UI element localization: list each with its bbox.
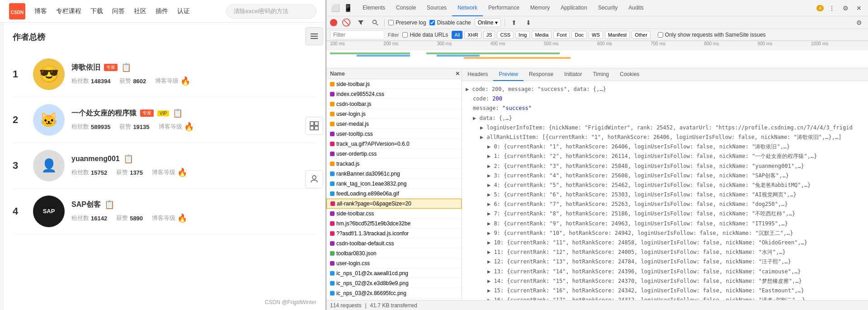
network-row[interactable]: user-login.js — [326, 109, 462, 119]
detail-content[interactable]: ▶ code: 200, message: "success", data: {… — [462, 81, 868, 300]
nav-qa[interactable]: 问答 — [112, 5, 125, 17]
hide-data-urls-checkbox[interactable]: Hide data URLs — [402, 32, 448, 38]
timeline-container: 100 ms 200 ms 300 ms 400 ms 500 ms 600 m… — [326, 41, 868, 68]
nav-download[interactable]: 下载 — [90, 5, 103, 17]
network-row[interactable]: rankBanner.da30961c.png — [326, 169, 462, 179]
network-row[interactable]: ??asdf/1.1.3/trackad.js.iconfor — [326, 229, 462, 238]
float-icon-1[interactable] — [305, 27, 323, 45]
online-select[interactable]: Online ▾ — [475, 18, 501, 27]
detail-tab-timing[interactable]: Timing — [587, 68, 614, 81]
timeline-mark-100: 100 ms — [330, 41, 345, 46]
network-list: Name ✕ side-toolbar.jsindex.ce985524.css… — [326, 68, 462, 300]
tab-sources[interactable]: Sources — [421, 0, 452, 16]
detail-tab-headers[interactable]: Headers — [462, 68, 493, 81]
filter-img[interactable]: Img — [515, 31, 530, 39]
network-row[interactable]: ic_nps_03@2x.86695fcc.png — [326, 288, 462, 298]
network-list-header: Name ✕ — [326, 68, 462, 79]
timeline-mark-400: 400 ms — [491, 41, 505, 46]
filter-media[interactable]: Media — [532, 31, 552, 39]
tab-application[interactable]: Application — [555, 0, 593, 16]
svg-rect-2 — [311, 33, 318, 34]
tab-memory[interactable]: Memory — [525, 0, 555, 16]
network-row[interactable]: ic_nps_01@2x.aaea81cd.png — [326, 268, 462, 278]
network-row[interactable]: rank_tag_icon.1eae3832.png — [326, 179, 462, 189]
timeline-mark-600: 600 ms — [597, 41, 612, 46]
detail-panel: Headers Preview Response Initiator Timin… — [462, 68, 868, 300]
devtools-device-icon[interactable]: 📱 — [343, 3, 354, 14]
float-icon-2[interactable] — [305, 117, 323, 135]
transferred-size: 41.7 KB transferred — [370, 302, 417, 309]
preserve-log-checkbox[interactable]: Preserve log — [388, 19, 426, 26]
filter-xhr[interactable]: XHR — [464, 31, 481, 39]
tab-audits[interactable]: Audits — [623, 0, 649, 16]
network-row[interactable]: user-tooltip.css — [326, 129, 462, 139]
detail-tab-response[interactable]: Response — [524, 68, 559, 81]
filter-input[interactable] — [330, 30, 384, 39]
rank-number-3: 3 — [13, 160, 26, 172]
close-devtools-icon[interactable]: ✕ — [854, 3, 864, 14]
filter-js[interactable]: JS — [483, 31, 495, 39]
filter-manifest[interactable]: Manifest — [605, 31, 630, 39]
filter-icon[interactable] — [355, 17, 366, 28]
alert-count: 4 — [816, 5, 824, 11]
nav-cert[interactable]: 认证 — [177, 5, 190, 17]
rank-info-1: 涛歌依旧 专家 📋 粉丝数 148394 获赞 8602 — [71, 62, 316, 86]
network-row[interactable]: hm.js?6bcd52f51e9b3dce32be — [326, 219, 462, 229]
nav-plugin[interactable]: 插件 — [156, 5, 168, 17]
more-options-icon[interactable]: ⋮ — [826, 3, 837, 14]
detail-tab-cookies[interactable]: Cookies — [614, 68, 645, 81]
filter-doc[interactable]: Doc — [571, 31, 587, 39]
devtools-inspect-icon[interactable]: ⬜ — [330, 3, 341, 14]
nav-blog[interactable]: 博客 — [34, 5, 47, 17]
network-row[interactable]: toolbar0830.json — [326, 248, 462, 258]
same-site-checkbox[interactable]: Only show requests with SameSite issues — [658, 32, 766, 38]
filter-all[interactable]: All — [452, 31, 462, 39]
settings-icon[interactable]: ⚙ — [840, 3, 851, 14]
tab-security[interactable]: Security — [593, 0, 623, 16]
rank-number-1: 1 — [13, 68, 26, 80]
detail-tab-preview[interactable]: Preview — [493, 68, 524, 81]
tab-network[interactable]: Network — [452, 0, 483, 16]
filter-css[interactable]: CSS — [497, 31, 514, 39]
import-har-icon[interactable]: ⬆ — [509, 17, 519, 28]
network-row[interactable]: side-toolbar.js — [326, 79, 462, 89]
fans-value-1: 148394 — [91, 78, 110, 85]
network-row[interactable]: index.ce985524.css — [326, 89, 462, 99]
network-row[interactable]: feedLoading.e898e06a.gif — [326, 189, 462, 199]
disable-cache-checkbox[interactable]: Disable cache — [429, 19, 471, 26]
detail-tab-initiator[interactable]: Initiator — [559, 68, 587, 81]
rank-avatar-2: 🐱 — [33, 104, 65, 136]
network-row[interactable]: user-ordertip.css — [326, 149, 462, 159]
network-row[interactable]: track_ua.gif?APIVersion=0.6.0 — [326, 139, 462, 149]
close-name-col-icon[interactable]: ✕ — [453, 71, 462, 77]
settings-network-icon[interactable]: ⚙ — [854, 17, 864, 28]
rank-name-2: 一个处女座的程序猿 — [71, 109, 137, 118]
search-network-icon[interactable] — [370, 17, 381, 28]
network-row[interactable]: user-login.css — [326, 258, 462, 268]
network-list-body[interactable]: side-toolbar.jsindex.ce985524.csscsdn-to… — [326, 79, 462, 300]
filter-ws[interactable]: WS — [589, 31, 603, 39]
tab-performance[interactable]: Performance — [483, 0, 525, 16]
network-row[interactable]: ic_nps_02@2x.e3d8b9e9.png — [326, 278, 462, 288]
network-row[interactable]: csdn-toolbar-default.css — [326, 238, 462, 248]
export-har-icon[interactable]: ⬇ — [523, 17, 534, 28]
filter-label: Filter — [388, 32, 399, 38]
network-row[interactable]: user-medal.js — [326, 119, 462, 129]
clear-button[interactable]: 🚫 — [341, 17, 352, 28]
filter-other[interactable]: Other — [632, 31, 651, 39]
search-bar[interactable]: 清除excel密码的方法 — [226, 4, 316, 19]
tab-console[interactable]: Console — [391, 0, 421, 16]
record-button[interactable] — [330, 19, 337, 26]
filter-types: All XHR JS CSS Img Media Font Doc WS Man… — [452, 31, 651, 39]
nav-community[interactable]: 社区 — [134, 5, 146, 17]
rank-title: 作者总榜 — [13, 32, 316, 43]
network-row[interactable]: trackad.js — [326, 159, 462, 169]
network-row[interactable]: all-rank?page=0&pageSize=20 — [326, 199, 462, 209]
filter-font[interactable]: Font — [553, 31, 570, 39]
float-icon-3[interactable] — [305, 170, 323, 188]
timeline-mark-1000: 1000 ms — [811, 41, 828, 46]
tab-elements[interactable]: Elements — [357, 0, 391, 16]
network-row[interactable]: side-toolbar.css — [326, 209, 462, 219]
network-row[interactable]: csdn-toolbar.js — [326, 99, 462, 109]
nav-course[interactable]: 专栏课程 — [56, 5, 81, 17]
